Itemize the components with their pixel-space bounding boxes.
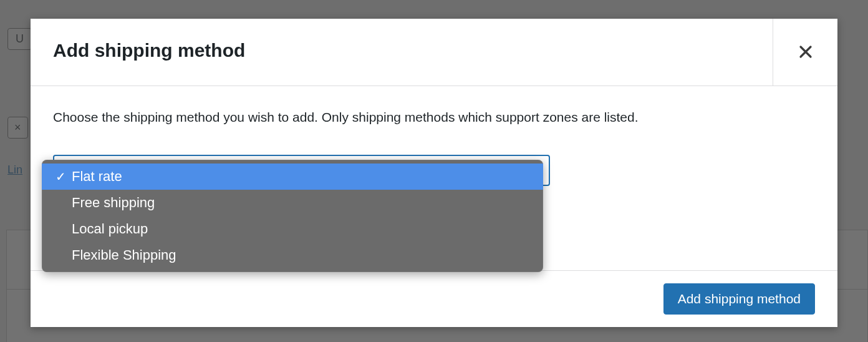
dropdown-option-label: Flexible Shipping — [72, 247, 176, 263]
dropdown-option-free-shipping[interactable]: Free shipping — [42, 190, 543, 216]
modal-title: Add shipping method — [31, 19, 268, 86]
close-button[interactable] — [773, 19, 837, 86]
modal-footer: Add shipping method — [31, 270, 837, 327]
add-shipping-method-button[interactable]: Add shipping method — [663, 283, 815, 315]
dropdown-option-flexible-shipping[interactable]: Flexible Shipping — [42, 242, 543, 268]
modal-body: Choose the shipping method you wish to a… — [31, 86, 837, 270]
dropdown-option-label: Local pickup — [72, 221, 148, 237]
modal-description: Choose the shipping method you wish to a… — [53, 110, 815, 125]
check-icon: ✓ — [55, 169, 72, 184]
modal-header: Add shipping method — [31, 19, 837, 86]
dropdown-option-flat-rate[interactable]: ✓ Flat rate — [42, 164, 543, 190]
dropdown-option-local-pickup[interactable]: Local pickup — [42, 216, 543, 242]
close-icon — [799, 42, 813, 63]
dropdown-option-label: Flat rate — [72, 169, 122, 185]
dropdown-option-label: Free shipping — [72, 195, 155, 211]
shipping-method-dropdown: ✓ Flat rate Free shipping Local pickup F… — [42, 160, 543, 272]
add-shipping-method-modal: Add shipping method Choose the shipping … — [31, 19, 837, 327]
